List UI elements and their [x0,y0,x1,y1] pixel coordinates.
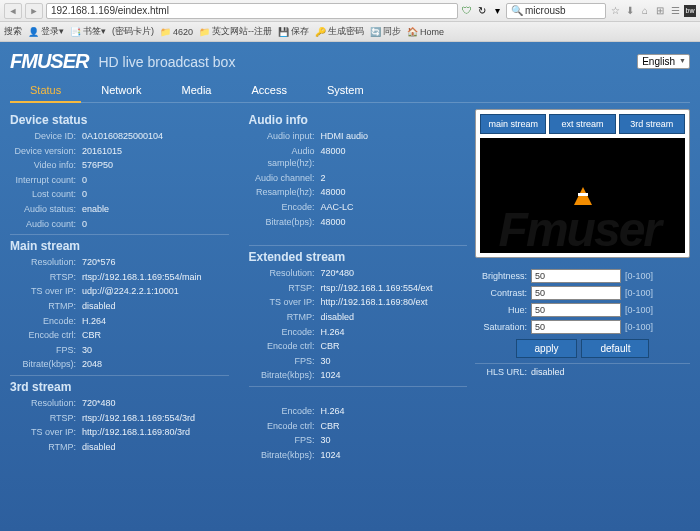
apply-button[interactable]: apply [516,339,578,358]
down-icon[interactable]: ⬇ [624,5,636,17]
brightness-input[interactable] [531,269,621,283]
logo: FMUSER [10,50,88,73]
main-rtsp: rtsp://192.168.1.169:554/main [82,271,229,284]
third-rtmp: disabled [82,441,229,454]
page-content: Fmuser FMUSER HD live broadcast box Engl… [0,42,700,531]
tab-access[interactable]: Access [232,79,307,102]
vlc-cone-icon [574,187,592,205]
main-encode: H.264 [82,315,229,328]
device-version: 20161015 [82,145,229,158]
third-encode: H.264 [321,405,468,418]
main-tabs: Status Network Media Access System [10,79,690,103]
refresh-icon[interactable]: ↻ [476,5,488,17]
menu-icon[interactable]: ☰ [669,5,681,17]
device-id: 0A10160825000104 [82,130,229,143]
third-fps: 30 [321,434,468,447]
tab-status[interactable]: Status [10,79,81,103]
third-encode-ctrl: CBR [321,420,468,433]
ext-bitrate: 1024 [321,369,468,382]
third-stream-title: 3rd stream [10,380,229,394]
ext-fps: 30 [321,355,468,368]
main-encode-ctrl: CBR [82,329,229,342]
tab-media[interactable]: Media [162,79,232,102]
third-bitrate: 1024 [321,449,468,462]
audio-sample: 48000 [321,145,468,170]
audio-bitrate: 48000 [321,216,468,229]
bw-icon[interactable]: bw [684,5,696,17]
video-preview[interactable] [480,138,685,253]
main-fps: 30 [82,344,229,357]
hue-input[interactable] [531,303,621,317]
bookmark-item[interactable]: (密码卡片) [112,25,154,38]
third-rtsp: rtsp://192.168.1.169:554/3rd [82,412,229,425]
preview-tab-main[interactable]: main stream [480,114,546,134]
saturation-input[interactable] [531,320,621,334]
page-title: HD live broadcast box [98,54,235,70]
bookmark-item[interactable]: 搜索 [4,25,22,38]
interrupt-count: 0 [82,174,229,187]
preview-box: main stream ext stream 3rd stream [475,109,690,258]
audio-info-title: Audio info [249,113,468,127]
bookmark-item[interactable]: 📁 4620 [160,27,193,37]
tab-network[interactable]: Network [81,79,161,102]
ext-stream-title: Extended stream [249,250,468,264]
bookmark-item[interactable]: 💾 保存 [278,25,309,38]
tab-system[interactable]: System [307,79,384,102]
back-button[interactable]: ◄ [4,3,22,19]
bookmark-bar: 搜索 👤 登录▾ 📑 书签▾ (密码卡片) 📁 4620 📁 英文网站--注册 … [0,22,700,42]
bookmark-item[interactable]: 🏠 Home [407,27,444,37]
audio-input: HDMI audio [321,130,468,143]
ext-encode: H.264 [321,326,468,339]
ext-resolution: 720*480 [321,267,468,280]
grid-icon[interactable]: ⊞ [654,5,666,17]
star-icon[interactable]: ☆ [609,5,621,17]
audio-channel: 2 [321,172,468,185]
bookmark-item[interactable]: 📁 英文网站--注册 [199,25,272,38]
page-header: FMUSER HD live broadcast box English [10,48,690,79]
lost-count: 0 [82,188,229,201]
hls-url: disabled [531,367,690,377]
main-stream-title: Main stream [10,239,229,253]
forward-button[interactable]: ► [25,3,43,19]
audio-status: enable [82,203,229,216]
main-resolution: 720*576 [82,256,229,269]
audio-encode: AAC-LC [321,201,468,214]
bookmark-item[interactable]: 👤 登录▾ [28,25,64,38]
search-box[interactable]: 🔍microusb [506,3,606,19]
url-bar[interactable]: 192.168.1.169/eindex.html [46,3,458,19]
video-info: 576P50 [82,159,229,172]
shield-icon: 🛡 [461,5,473,17]
ext-encode-ctrl: CBR [321,340,468,353]
ext-rtsp: rtsp://192.168.1.169:554/ext [321,282,468,295]
ext-rtmp: disabled [321,311,468,324]
dropdown-icon[interactable]: ▾ [491,5,503,17]
preview-tab-ext[interactable]: ext stream [549,114,615,134]
default-button[interactable]: default [581,339,649,358]
ext-ts: http://192.168.1.169:80/ext [321,296,468,309]
device-status-title: Device status [10,113,229,127]
third-ts: http://192.168.1.169:80/3rd [82,426,229,439]
contrast-input[interactable] [531,286,621,300]
bookmark-item[interactable]: 🔄 同步 [370,25,401,38]
main-ts: udp://@224.2.2.1:10001 [82,285,229,298]
preview-tab-3rd[interactable]: 3rd stream [619,114,685,134]
browser-nav-bar: ◄ ► 192.168.1.169/eindex.html 🛡 ↻ ▾ 🔍mic… [0,0,700,22]
main-rtmp: disabled [82,300,229,313]
main-bitrate: 2048 [82,358,229,371]
audio-count: 0 [82,218,229,231]
bookmark-item[interactable]: 🔑 生成密码 [315,25,364,38]
resample: 48000 [321,186,468,199]
language-select[interactable]: English [637,54,690,69]
third-resolution: 720*480 [82,397,229,410]
home-icon[interactable]: ⌂ [639,5,651,17]
bookmark-item[interactable]: 📑 书签▾ [70,25,106,38]
